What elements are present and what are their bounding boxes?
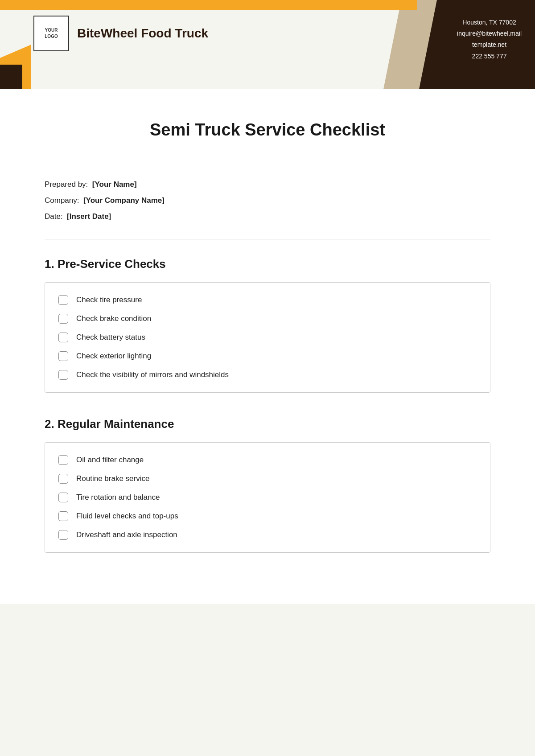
checklist-box-1: Check tire pressureCheck brake condition… [45,282,490,393]
checklist-item: Check exterior lighting [58,347,477,366]
checkbox[interactable] [58,511,68,521]
logo-line2: LOGO [45,33,58,40]
checklist-item-label: Check battery status [76,333,145,342]
checklist-item: Fluid level checks and top-ups [58,507,477,526]
header: YOUR LOGO BiteWheel Food Truck Houston, … [0,0,535,89]
sections-container: 1. Pre-Service ChecksCheck tire pressure… [45,257,490,553]
section-1: 1. Pre-Service ChecksCheck tire pressure… [45,257,490,393]
checklist-item-label: Check tire pressure [76,296,142,304]
logo-area: YOUR LOGO BiteWheel Food Truck [33,16,208,51]
checklist-item-label: Routine brake service [76,474,149,483]
checklist-item-label: Fluid level checks and top-ups [76,512,178,521]
company-value: [Your Company Name] [83,196,165,205]
checklist-item: Driveshaft and axle inspection [58,526,477,544]
checklist-item-label: Check brake condition [76,314,151,323]
dark-square-left [0,65,22,89]
checklist-item-label: Check exterior lighting [76,352,151,361]
contact-address: Houston, TX 77002 [457,17,522,28]
contact-info: Houston, TX 77002 inquire@bitewheel.mail… [457,17,522,62]
top-divider [45,162,490,162]
checkbox[interactable] [58,314,68,324]
company-label: Company: [45,196,79,205]
prepared-by-value: [Your Name] [92,180,137,189]
checkbox[interactable] [58,530,68,540]
logo-box: YOUR LOGO [33,16,69,51]
contact-email: inquire@bitewheel.mail [457,28,522,39]
checklist-item: Check battery status [58,328,477,347]
checkbox[interactable] [58,351,68,361]
section-2: 2. Regular MaintenanceOil and filter cha… [45,417,490,553]
checklist-item-label: Oil and filter change [76,456,144,464]
checklist-item: Check the visibility of mirrors and wind… [58,366,477,384]
checklist-item: Tire rotation and balance [58,488,477,507]
checkbox[interactable] [58,474,68,484]
checkbox[interactable] [58,493,68,502]
checklist-item: Routine brake service [58,469,477,488]
document-title: Semi Truck Service Checklist [45,116,490,140]
meta-section: Prepared by: [Your Name] Company: [Your … [45,180,490,221]
prepared-by-row: Prepared by: [Your Name] [45,180,490,189]
checklist-item-label: Tire rotation and balance [76,493,160,502]
checkbox[interactable] [58,333,68,342]
date-label: Date: [45,212,63,221]
contact-website: template.net [457,39,522,50]
checkbox[interactable] [58,455,68,465]
checklist-item-label: Driveshaft and axle inspection [76,530,177,539]
date-row: Date: [Insert Date] [45,212,490,221]
prepared-by-label: Prepared by: [45,180,88,189]
section-title-2: 2. Regular Maintenance [45,417,490,431]
checklist-item: Check brake condition [58,309,477,328]
logo-line1: YOUR [45,27,58,33]
section-title-1: 1. Pre-Service Checks [45,257,490,271]
checklist-item: Oil and filter change [58,451,477,469]
checklist-item: Check tire pressure [58,291,477,309]
orange-top-bar [0,0,417,10]
company-row: Company: [Your Company Name] [45,196,490,205]
checkbox[interactable] [58,370,68,380]
main-content: Semi Truck Service Checklist Prepared by… [0,89,535,604]
contact-phone: 222 555 777 [457,51,522,62]
checklist-item-label: Check the visibility of mirrors and wind… [76,370,229,379]
date-value: [Insert Date] [67,212,111,221]
company-name: BiteWheel Food Truck [77,26,208,41]
checklist-box-2: Oil and filter changeRoutine brake servi… [45,442,490,553]
checkbox[interactable] [58,295,68,305]
meta-divider [45,239,490,239]
